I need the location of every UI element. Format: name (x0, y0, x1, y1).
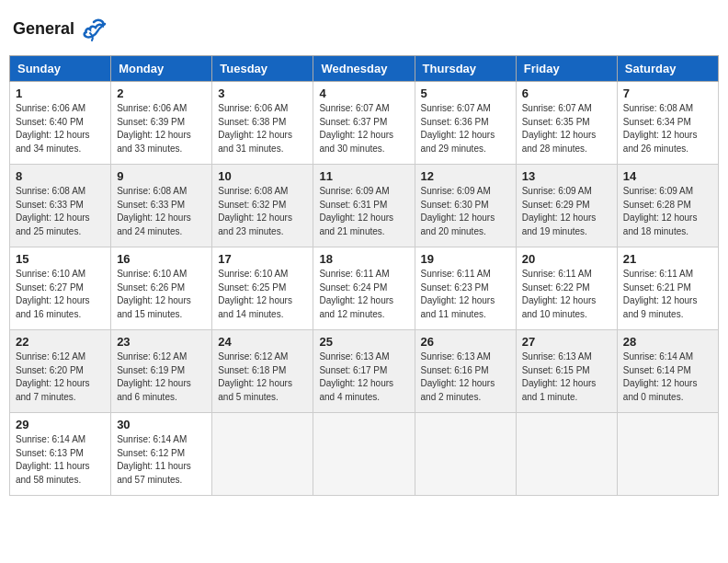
day-info: Sunrise: 6:09 AM Sunset: 6:30 PM Dayligh… (421, 185, 510, 238)
day-number: 6 (522, 86, 611, 100)
day-info: Sunrise: 6:06 AM Sunset: 6:38 PM Dayligh… (218, 102, 307, 155)
day-number: 18 (319, 252, 408, 266)
day-number: 26 (421, 335, 510, 349)
day-number: 14 (623, 169, 712, 183)
calendar-cell: 25 Sunrise: 6:13 AM Sunset: 6:17 PM Dayl… (313, 330, 415, 413)
calendar-week-row: 22 Sunrise: 6:12 AM Sunset: 6:20 PM Dayl… (10, 330, 719, 413)
calendar: SundayMondayTuesdayWednesdayThursdayFrid… (9, 55, 719, 496)
day-info: Sunrise: 6:11 AM Sunset: 6:21 PM Dayligh… (623, 268, 712, 321)
day-info: Sunrise: 6:08 AM Sunset: 6:34 PM Dayligh… (623, 102, 712, 155)
day-info: Sunrise: 6:13 AM Sunset: 6:16 PM Dayligh… (421, 350, 510, 404)
day-info: Sunrise: 6:06 AM Sunset: 6:40 PM Dayligh… (16, 102, 105, 155)
calendar-cell: 9 Sunrise: 6:08 AM Sunset: 6:33 PM Dayli… (111, 165, 212, 247)
day-info: Sunrise: 6:10 AM Sunset: 6:26 PM Dayligh… (117, 268, 206, 321)
day-number: 7 (623, 86, 712, 100)
calendar-cell: 11 Sunrise: 6:09 AM Sunset: 6:31 PM Dayl… (313, 165, 415, 247)
calendar-cell: 13 Sunrise: 6:09 AM Sunset: 6:29 PM Dayl… (516, 165, 617, 247)
day-info: Sunrise: 6:13 AM Sunset: 6:17 PM Dayligh… (319, 350, 408, 404)
day-number: 12 (421, 169, 510, 183)
col-header-friday: Friday (516, 56, 617, 82)
day-number: 13 (522, 169, 611, 183)
calendar-cell: 28 Sunrise: 6:14 AM Sunset: 6:14 PM Dayl… (617, 330, 718, 413)
calendar-cell: 23 Sunrise: 6:12 AM Sunset: 6:19 PM Dayl… (111, 330, 212, 413)
day-number: 5 (421, 86, 510, 100)
col-header-tuesday: Tuesday (212, 56, 313, 82)
day-info: Sunrise: 6:10 AM Sunset: 6:25 PM Dayligh… (218, 268, 307, 321)
col-header-monday: Monday (111, 56, 212, 82)
day-info: Sunrise: 6:08 AM Sunset: 6:33 PM Dayligh… (117, 185, 206, 238)
day-info: Sunrise: 6:09 AM Sunset: 6:31 PM Dayligh… (319, 185, 408, 238)
logo: General (13, 17, 108, 42)
col-header-thursday: Thursday (415, 56, 516, 82)
calendar-cell: 30 Sunrise: 6:14 AM Sunset: 6:12 PM Dayl… (111, 413, 212, 496)
calendar-cell: 8 Sunrise: 6:08 AM Sunset: 6:33 PM Dayli… (10, 165, 111, 247)
calendar-cell: 12 Sunrise: 6:09 AM Sunset: 6:30 PM Dayl… (415, 165, 516, 247)
day-info: Sunrise: 6:11 AM Sunset: 6:24 PM Dayligh… (319, 268, 408, 321)
calendar-header-row: SundayMondayTuesdayWednesdayThursdayFrid… (10, 56, 719, 82)
calendar-cell (516, 413, 617, 496)
calendar-cell: 19 Sunrise: 6:11 AM Sunset: 6:23 PM Dayl… (415, 247, 516, 330)
day-number: 20 (522, 252, 611, 266)
day-number: 15 (16, 252, 105, 266)
calendar-cell: 16 Sunrise: 6:10 AM Sunset: 6:26 PM Dayl… (111, 247, 212, 330)
day-number: 28 (623, 335, 712, 349)
day-info: Sunrise: 6:08 AM Sunset: 6:32 PM Dayligh… (218, 185, 307, 238)
day-number: 27 (522, 335, 611, 349)
calendar-cell: 27 Sunrise: 6:13 AM Sunset: 6:15 PM Dayl… (516, 330, 617, 413)
header: General (9, 9, 719, 50)
calendar-cell: 1 Sunrise: 6:06 AM Sunset: 6:40 PM Dayli… (10, 82, 111, 165)
day-info: Sunrise: 6:07 AM Sunset: 6:36 PM Dayligh… (421, 102, 510, 155)
day-info: Sunrise: 6:14 AM Sunset: 6:14 PM Dayligh… (623, 350, 712, 404)
day-number: 1 (16, 86, 105, 100)
calendar-cell (313, 413, 415, 496)
day-number: 23 (117, 335, 206, 349)
day-number: 4 (319, 86, 408, 100)
col-header-sunday: Sunday (10, 56, 111, 82)
day-info: Sunrise: 6:14 AM Sunset: 6:12 PM Dayligh… (117, 433, 206, 487)
day-number: 21 (623, 252, 712, 266)
day-info: Sunrise: 6:09 AM Sunset: 6:29 PM Dayligh… (522, 185, 611, 238)
calendar-cell: 21 Sunrise: 6:11 AM Sunset: 6:21 PM Dayl… (617, 247, 718, 330)
day-number: 11 (319, 169, 408, 183)
day-info: Sunrise: 6:12 AM Sunset: 6:19 PM Dayligh… (117, 350, 206, 404)
calendar-cell: 24 Sunrise: 6:12 AM Sunset: 6:18 PM Dayl… (212, 330, 313, 413)
calendar-cell: 4 Sunrise: 6:07 AM Sunset: 6:37 PM Dayli… (313, 82, 415, 165)
day-number: 30 (117, 418, 206, 431)
day-number: 19 (421, 252, 510, 266)
calendar-cell (212, 413, 313, 496)
calendar-cell (617, 413, 718, 496)
day-info: Sunrise: 6:12 AM Sunset: 6:20 PM Dayligh… (16, 350, 105, 404)
calendar-cell: 29 Sunrise: 6:14 AM Sunset: 6:13 PM Dayl… (10, 413, 111, 496)
day-info: Sunrise: 6:11 AM Sunset: 6:23 PM Dayligh… (421, 268, 510, 321)
col-header-saturday: Saturday (617, 56, 718, 82)
day-info: Sunrise: 6:09 AM Sunset: 6:28 PM Dayligh… (623, 185, 712, 238)
day-info: Sunrise: 6:10 AM Sunset: 6:27 PM Dayligh… (16, 268, 105, 321)
calendar-cell: 3 Sunrise: 6:06 AM Sunset: 6:38 PM Dayli… (212, 82, 313, 165)
calendar-cell: 18 Sunrise: 6:11 AM Sunset: 6:24 PM Dayl… (313, 247, 415, 330)
day-info: Sunrise: 6:12 AM Sunset: 6:18 PM Dayligh… (218, 350, 307, 404)
calendar-cell: 14 Sunrise: 6:09 AM Sunset: 6:28 PM Dayl… (617, 165, 718, 247)
calendar-cell: 2 Sunrise: 6:06 AM Sunset: 6:39 PM Dayli… (111, 82, 212, 165)
day-info: Sunrise: 6:08 AM Sunset: 6:33 PM Dayligh… (16, 185, 105, 238)
calendar-cell: 10 Sunrise: 6:08 AM Sunset: 6:32 PM Dayl… (212, 165, 313, 247)
day-number: 29 (16, 418, 105, 431)
calendar-cell: 17 Sunrise: 6:10 AM Sunset: 6:25 PM Dayl… (212, 247, 313, 330)
day-number: 25 (319, 335, 408, 349)
logo-bird-icon (81, 17, 107, 42)
calendar-cell: 5 Sunrise: 6:07 AM Sunset: 6:36 PM Dayli… (415, 82, 516, 165)
col-header-wednesday: Wednesday (313, 56, 415, 82)
day-number: 9 (117, 169, 206, 183)
calendar-cell (415, 413, 516, 496)
day-number: 24 (218, 335, 307, 349)
day-number: 17 (218, 252, 307, 266)
day-info: Sunrise: 6:06 AM Sunset: 6:39 PM Dayligh… (117, 102, 206, 155)
day-info: Sunrise: 6:14 AM Sunset: 6:13 PM Dayligh… (16, 433, 105, 487)
calendar-cell: 22 Sunrise: 6:12 AM Sunset: 6:20 PM Dayl… (10, 330, 111, 413)
calendar-cell: 15 Sunrise: 6:10 AM Sunset: 6:27 PM Dayl… (10, 247, 111, 330)
calendar-cell: 20 Sunrise: 6:11 AM Sunset: 6:22 PM Dayl… (516, 247, 617, 330)
calendar-week-row: 8 Sunrise: 6:08 AM Sunset: 6:33 PM Dayli… (10, 165, 719, 247)
calendar-week-row: 29 Sunrise: 6:14 AM Sunset: 6:13 PM Dayl… (10, 413, 719, 496)
day-info: Sunrise: 6:07 AM Sunset: 6:37 PM Dayligh… (319, 102, 408, 155)
calendar-week-row: 15 Sunrise: 6:10 AM Sunset: 6:27 PM Dayl… (10, 247, 719, 330)
day-info: Sunrise: 6:11 AM Sunset: 6:22 PM Dayligh… (522, 268, 611, 321)
